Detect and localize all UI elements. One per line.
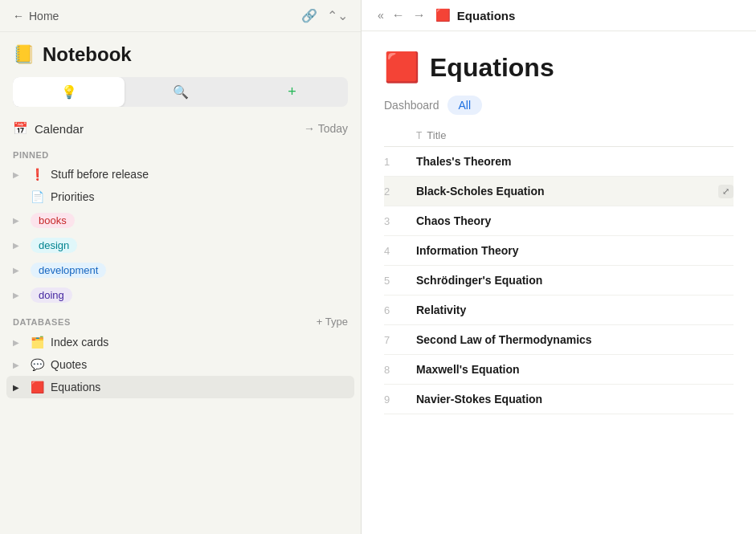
row-title: Second Law of Thermodynamics	[416, 333, 734, 346]
main-topbar: « ← → 🟥 Equations	[362, 0, 756, 31]
row-number: 5	[384, 275, 416, 287]
row-title: Chaos Theory	[416, 214, 734, 227]
equations-icon: 🟥	[31, 381, 44, 393]
sidebar: ← Home 🔗 ⌃⌄ 📒 Notebook 💡 🔍 + 📅 Calendar	[0, 0, 362, 534]
chevron-icon: ▶	[13, 361, 24, 369]
tab-bulb[interactable]: 💡	[13, 77, 125, 107]
sidebar-item-label: Priorities	[51, 190, 94, 203]
chevron-icon: ▶	[13, 338, 24, 347]
arrow-left-icon: ←	[13, 10, 24, 22]
sidebar-item-equations[interactable]: ▶ 🟥 Equations	[6, 376, 354, 398]
row-number: 1	[384, 156, 416, 168]
row-number: 8	[384, 364, 416, 376]
table-rows: 1 Thales's Theorem 2 Black-Scholes Equat…	[384, 147, 734, 414]
row-title: Relativity	[416, 304, 734, 316]
table-row[interactable]: 8 Maxwell's Equation	[384, 355, 734, 385]
tag-doing: doing	[31, 287, 72, 303]
sidebar-item-label: Quotes	[51, 358, 87, 371]
sidebar-header-icons: 🔗 ⌃⌄	[301, 8, 348, 23]
databases-add-button[interactable]: + Type	[317, 316, 348, 328]
col-title-header: T Title	[416, 129, 446, 141]
row-number: 2	[384, 185, 416, 198]
nav-forward-icon[interactable]: →	[413, 8, 426, 22]
sidebar-item-doing[interactable]: ▶ doing	[6, 283, 354, 308]
row-title: Maxwell's Equation	[416, 363, 734, 376]
databases-header: DATABASES + Type	[6, 308, 354, 331]
sidebar-item-label: Stuff before release	[51, 168, 149, 181]
sidebar-item-books[interactable]: ▶ books	[6, 208, 354, 233]
sidebar-item-design[interactable]: ▶ design	[6, 233, 354, 258]
chevron-icon: ▶	[13, 383, 24, 392]
collapse-icon[interactable]: «	[378, 9, 384, 22]
index-cards-icon: 🗂️	[31, 336, 44, 349]
col-title-label: Title	[427, 129, 446, 141]
topbar-title: 🟥 Equations	[435, 8, 516, 22]
tab-search[interactable]: 🔍	[125, 77, 236, 107]
calendar-icon: 📅	[13, 121, 28, 136]
link-icon[interactable]: 🔗	[301, 8, 317, 23]
main-content: « ← → 🟥 Equations 🟥 Equations Dashboard …	[362, 0, 756, 534]
tag-books: books	[31, 213, 75, 228]
chevron-icon: ▶	[13, 241, 24, 250]
stuff-icon: ❗	[31, 168, 44, 181]
sidebar-item-stuff[interactable]: ▶ ❗ Stuff before release	[6, 163, 354, 185]
page-title: Equations	[430, 53, 554, 83]
notebook-title: Notebook	[43, 43, 132, 66]
table-row[interactable]: 2 Black-Scholes Equation ⤢	[384, 177, 734, 206]
table-row[interactable]: 3 Chaos Theory	[384, 206, 734, 236]
sidebar-item-label: Index cards	[51, 336, 108, 349]
table-row[interactable]: 6 Relativity	[384, 296, 734, 325]
sidebar-item-index-cards[interactable]: ▶ 🗂️ Index cards	[6, 331, 354, 353]
topbar-page-icon: 🟥	[435, 8, 451, 22]
calendar-left: 📅 Calendar	[13, 121, 84, 136]
sort-icon[interactable]: ⌃⌄	[327, 8, 348, 23]
sidebar-content: 📅 Calendar → Today PINNED ▶ ❗ Stuff befo…	[0, 115, 361, 534]
row-title: Schrödinger's Equation	[416, 274, 734, 287]
back-button[interactable]: ← Home	[13, 10, 59, 22]
calendar-row[interactable]: 📅 Calendar → Today	[6, 115, 354, 142]
chevron-icon: ▶	[13, 266, 24, 275]
calendar-label: Calendar	[35, 122, 84, 136]
nav-back-icon[interactable]: ←	[392, 8, 405, 22]
topbar-page-title: Equations	[457, 9, 516, 22]
table-container: T Title 1 Thales's Theorem 2 Black-Schol…	[362, 124, 756, 534]
page-heading: 🟥 Equations	[362, 31, 756, 96]
table-row[interactable]: 1 Thales's Theorem	[384, 147, 734, 177]
title-type-icon: T	[416, 130, 422, 141]
sidebar-item-development[interactable]: ▶ development	[6, 258, 354, 283]
search-icon: 🔍	[173, 84, 189, 100]
sidebar-item-label: Equations	[51, 381, 100, 393]
tag-development: development	[31, 263, 106, 278]
sidebar-item-priorities[interactable]: ▶ 📄 Priorities	[6, 185, 354, 208]
chevron-icon: ▶	[13, 291, 24, 300]
back-label: Home	[29, 10, 59, 22]
row-number: 4	[384, 245, 416, 257]
notebook-icon: 📒	[13, 44, 35, 65]
notebook-title-row: 📒 Notebook	[0, 32, 361, 74]
quotes-icon: 💬	[31, 358, 44, 371]
page-icon: 🟥	[384, 51, 420, 84]
sidebar-item-quotes[interactable]: ▶ 💬 Quotes	[6, 353, 354, 376]
row-title: Black-Scholes Equation	[416, 185, 734, 198]
table-row[interactable]: 9 Navier-Stokes Equation	[384, 385, 734, 414]
main-filters: Dashboard All	[362, 96, 756, 124]
table-row[interactable]: 7 Second Law of Thermodynamics	[384, 325, 734, 355]
filter-dashboard-label: Dashboard	[384, 99, 439, 112]
row-number: 6	[384, 304, 416, 316]
doc-icon: 📄	[31, 190, 44, 203]
chevron-icon: ▶	[13, 170, 24, 179]
calendar-today: → Today	[304, 122, 348, 135]
row-number: 3	[384, 215, 416, 227]
row-title: Thales's Theorem	[416, 155, 734, 168]
bulb-icon: 💡	[61, 84, 77, 100]
expand-button[interactable]: ⤢	[718, 185, 734, 198]
table-row[interactable]: 5 Schrödinger's Equation	[384, 266, 734, 296]
databases-label: DATABASES	[13, 317, 71, 327]
filter-all-button[interactable]: All	[447, 96, 483, 115]
table-row[interactable]: 4 Information Theory	[384, 236, 734, 266]
add-icon: +	[288, 84, 296, 100]
row-title: Navier-Stokes Equation	[416, 393, 734, 406]
tab-add[interactable]: +	[236, 77, 348, 107]
pinned-section-label: PINNED	[6, 142, 354, 163]
topbar-nav: « ← →	[378, 8, 426, 22]
